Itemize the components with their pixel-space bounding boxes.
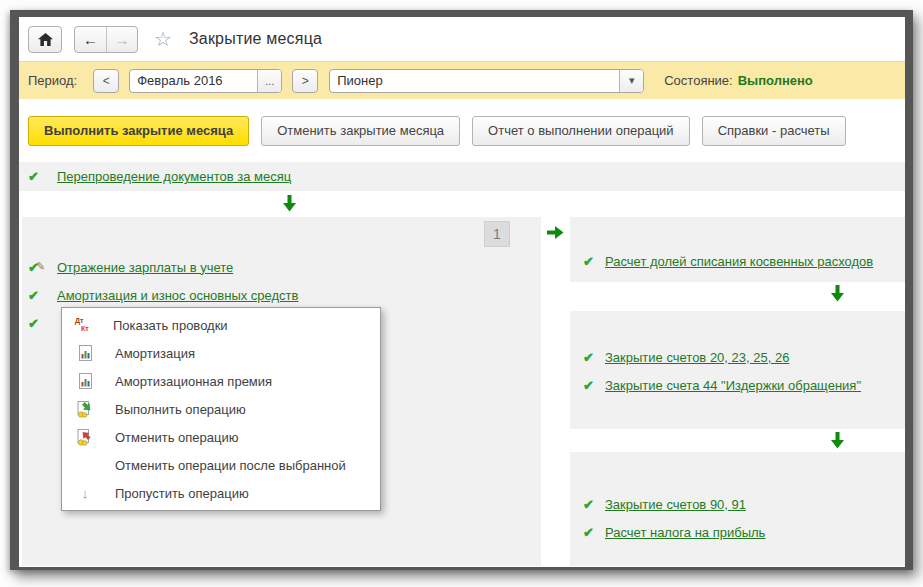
page-title: Закрытие месяца [189, 30, 322, 48]
list-item: ✔ ✎ Отражение зарплаты в учете [22, 253, 541, 281]
perform-close-month-button[interactable]: Выполнить закрытие месяца [28, 116, 249, 146]
window-content: ← → ☆ Закрытие месяца Период: < Февраль … [19, 17, 905, 567]
menu-item-depreciation-report[interactable]: Амортизация [62, 339, 380, 367]
columns-gap [541, 217, 570, 566]
flow-gap [19, 191, 905, 217]
flow-gap [570, 282, 905, 311]
dt-kt-postings-icon: ДтКт [75, 317, 93, 333]
actions-toolbar: Выполнить закрытие месяца Отменить закры… [19, 99, 905, 162]
check-icon: ✔ [28, 317, 44, 330]
back-button[interactable]: ← [75, 27, 106, 52]
period-value: Февраль 2016 [130, 70, 257, 92]
prev-period-button[interactable]: < [93, 69, 119, 93]
period-bar: Период: < Февраль 2016 ... > Пионер ▾ Со… [19, 61, 905, 99]
menu-item-perform-operation[interactable]: Выполнить операцию [62, 395, 380, 423]
operation-link-income-tax[interactable]: Расчет налога на прибыль [605, 525, 765, 540]
stage-panel-3: ✔ Закрытие счетов 90, 91 ✔ Расчет налога… [570, 452, 905, 566]
home-button[interactable] [28, 26, 62, 53]
pencil-icon: ✎ [36, 260, 45, 273]
titlebar: ← → ☆ Закрытие месяца [19, 17, 905, 61]
period-field[interactable]: Февраль 2016 ... [129, 69, 282, 93]
check-icon: ✔ [583, 379, 599, 392]
references-calculations-button[interactable]: Справки - расчеты [702, 116, 846, 146]
check-icon: ✔ [583, 351, 599, 364]
list-item: ✔ Закрытие счета 44 "Издержки обращения" [570, 371, 905, 399]
navigation-buttons: ← → [74, 26, 138, 53]
context-menu: ДтКт Показать проводки Амортизация [61, 307, 381, 511]
operation-link-salary[interactable]: Отражение зарплаты в учете [57, 260, 233, 275]
status-label: Состояние: [664, 73, 732, 88]
list-item: ✔ Расчет налога на прибыль [570, 518, 905, 546]
home-icon [38, 33, 53, 46]
stage-panel-2: ✔ Закрытие счетов 20, 23, 25, 26 ✔ Закры… [570, 311, 905, 429]
status-badge: Выполнено [738, 73, 813, 88]
stage-panel-1: ✔ Расчет долей списания косвенных расход… [570, 217, 905, 282]
period-ellipsis-button[interactable]: ... [257, 70, 281, 92]
organization-dropdown-button[interactable]: ▾ [619, 70, 643, 92]
forward-button[interactable]: → [106, 27, 137, 52]
operation-link-close-accounts-90[interactable]: Закрытие счетов 90, 91 [605, 497, 746, 512]
operation-link-close-accounts-20[interactable]: Закрытие счетов 20, 23, 25, 26 [605, 350, 789, 365]
operation-link-depreciation[interactable]: Амортизация и износ основных средств [57, 288, 298, 303]
menu-item-cancel-operation[interactable]: Отменить операцию [62, 423, 380, 451]
cancel-close-month-button[interactable]: Отменить закрытие месяца [261, 116, 460, 146]
flow-gap [570, 429, 905, 452]
operation-link-close-account-44[interactable]: Закрытие счета 44 "Издержки обращения" [605, 378, 861, 393]
check-icon: ✔ [28, 170, 44, 183]
menu-item-show-postings[interactable]: ДтКт Показать проводки [62, 311, 380, 339]
check-icon: ✔ [583, 498, 599, 511]
next-period-button[interactable]: > [292, 69, 318, 93]
list-item: ✔ Закрытие счетов 90, 91 [570, 490, 905, 518]
app-window-shadow-area: ← → ☆ Закрытие месяца Период: < Февраль … [0, 0, 923, 587]
app-window: ← → ☆ Закрытие месяца Период: < Февраль … [10, 10, 913, 570]
operation-link-indirect-costs[interactable]: Расчет долей списания косвенных расходов [605, 254, 873, 269]
cancel-operation-icon [75, 429, 95, 446]
flow-right-arrow-icon [547, 226, 564, 239]
menu-item-depreciation-bonus-report[interactable]: Амортизационная премия [62, 367, 380, 395]
operations-panel-right: ✔ Расчет долей списания косвенных расход… [570, 217, 905, 566]
reposting-strip: ✔ Перепроведение документов за месяц [19, 162, 905, 191]
check-icon: ✔ [583, 255, 599, 268]
menu-item-cancel-operations-after[interactable]: Отменить операции после выбранной [62, 451, 380, 479]
check-icon: ✔ [583, 526, 599, 539]
operations-report-button[interactable]: Отчет о выполнении операций [472, 116, 690, 146]
menu-item-skip-operation[interactable]: ↓ Пропустить операцию [62, 479, 380, 507]
stage-badge: 1 [484, 221, 510, 247]
list-item: ✔ Закрытие счетов 20, 23, 25, 26 [570, 343, 905, 371]
flow-down-arrow-icon [283, 195, 296, 212]
organization-combo[interactable]: Пионер ▾ [329, 69, 644, 93]
back-icon: ← [83, 31, 98, 48]
favorite-star-icon[interactable]: ☆ [154, 29, 172, 49]
check-icon: ✔ [28, 289, 44, 302]
reposting-link[interactable]: Перепроведение документов за месяц [57, 169, 291, 184]
list-item: ✔ Амортизация и износ основных средств [22, 281, 541, 309]
operations-panel-left: ✔ ✎ Отражение зарплаты в учете ✔ Амортиз… [22, 217, 541, 566]
report-icon [75, 345, 95, 361]
flow-down-arrow-icon [831, 432, 844, 449]
report-icon [75, 373, 95, 389]
forward-icon: → [115, 31, 130, 48]
list-item: ✔ Расчет долей списания косвенных расход… [570, 247, 905, 275]
flow-down-arrow-icon [831, 285, 844, 302]
check-edited-icon: ✔ ✎ [28, 258, 44, 276]
organization-value: Пионер [330, 70, 619, 92]
skip-down-arrow-icon: ↓ [75, 486, 95, 501]
chevron-down-icon: ▾ [629, 74, 635, 87]
perform-operation-icon [75, 401, 95, 418]
scheme-columns: ✔ ✎ Отражение зарплаты в учете ✔ Амортиз… [19, 217, 905, 566]
period-label: Период: [28, 73, 77, 88]
